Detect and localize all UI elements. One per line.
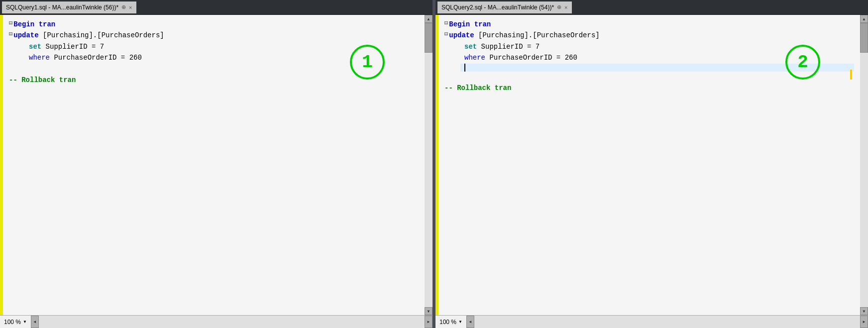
tab-bar-2: SQLQuery2.sql - MA...eaulinTwinkle (54))… (435, 0, 868, 15)
indent-block-2: set SupplierID = 7 where PurchaseOrderID… (444, 41, 854, 72)
code-line-2-5 (460, 64, 854, 72)
hscroll-track-1[interactable] (39, 316, 425, 328)
hscroll-left-btn-1[interactable]: ◄ (31, 316, 39, 328)
keyword-set-1: set (29, 41, 41, 52)
code-line-1-4: where PurchaseOrderID = 260 (25, 52, 419, 63)
keyword-update-2: update (449, 30, 474, 41)
collapse-icon-1[interactable]: ⊟ (9, 19, 12, 28)
tab-2[interactable]: SQLQuery2.sql - MA...eaulinTwinkle (54))… (437, 1, 572, 13)
status-bar-2: 100 % ▼ ◄ ► (435, 315, 868, 328)
set-value-1: SupplierID = 7 (41, 41, 104, 52)
keyword-where-1: where (29, 52, 50, 63)
hscroll-left-btn-2[interactable]: ◄ (466, 316, 474, 328)
hscroll-right-btn-1[interactable]: ► (425, 316, 433, 328)
vscroll-thumb-2[interactable] (860, 23, 868, 53)
code-line-2-4: where PurchaseOrderID = 260 (460, 52, 854, 63)
tab-1-title: SQLQuery1.sql - MA...eaulinTwinkle (56))… (6, 4, 118, 11)
zoom-value-2: 100 % (439, 319, 456, 326)
where-value-1: PurchaseOrderID = 260 (50, 52, 142, 63)
zoom-dropdown-arrow-1[interactable]: ▼ (23, 320, 27, 324)
update-target-2: [Purchasing].[PurchaseOrders] (474, 30, 600, 41)
panel-1: SQLQuery1.sql - MA...eaulinTwinkle (56))… (0, 0, 433, 328)
tab-1[interactable]: SQLQuery1.sql - MA...eaulinTwinkle (56))… (2, 1, 136, 13)
zoom-control-1: 100 % ▼ (0, 319, 31, 326)
collapse-icon-2-2[interactable]: ⊟ (444, 30, 448, 39)
code-area-2[interactable]: ⊟ Begin tran ⊟ update [Purchasing].[Purc… (438, 15, 860, 315)
vscroll-track-1[interactable] (425, 23, 433, 307)
pin-icon-2[interactable]: ⊕ (557, 4, 561, 10)
zoom-value-1: 100 % (4, 319, 21, 326)
hscrollbar-1[interactable]: ◄ ► (31, 316, 433, 328)
vscroll-thumb-1[interactable] (425, 23, 433, 53)
comment-rollback-2: -- Rollback tran (444, 82, 511, 93)
vscroll-track-2[interactable] (860, 23, 868, 307)
code-line-1-5 (9, 64, 419, 75)
keyword-where-2: where (464, 52, 485, 63)
code-line-1-2: ⊟ update [Purchasing].[PurchaseOrders] (9, 30, 419, 41)
pin-icon-1[interactable]: ⊕ (121, 4, 126, 10)
indent-block-1: set SupplierID = 7 where PurchaseOrderID… (9, 41, 419, 64)
vscroll-up-btn-2[interactable]: ▲ (860, 15, 868, 23)
zoom-dropdown-arrow-2[interactable]: ▼ (458, 320, 462, 324)
code-line-2-6 (444, 72, 854, 82)
code-line-1-6: -- Rollback tran (9, 75, 419, 85)
code-line-1-1: ⊟ Begin tran (9, 19, 419, 30)
panels-container: SQLQuery1.sql - MA...eaulinTwinkle (56))… (0, 0, 868, 328)
vscrollbar-2[interactable]: ▲ ▼ (860, 15, 868, 315)
status-bar-1: 100 % ▼ ◄ ► (0, 315, 433, 328)
comment-rollback-1: -- Rollback tran (9, 75, 76, 85)
keyword-begin-1: Begin tran (13, 19, 55, 30)
hscroll-track-2[interactable] (474, 316, 860, 328)
update-target-1: [Purchasing].[PurchaseOrders] (39, 30, 164, 41)
keyword-begin-2: Begin tran (449, 19, 491, 30)
vscroll-down-btn-1[interactable]: ▼ (425, 307, 433, 315)
code-line-2-7: -- Rollback tran (444, 82, 854, 93)
hscroll-right-btn-2[interactable]: ► (860, 316, 868, 328)
hscrollbar-2[interactable]: ◄ ► (466, 316, 868, 328)
keyword-set-2: set (464, 41, 477, 52)
code-line-2-2: ⊟ update [Purchasing].[PurchaseOrders] (444, 30, 854, 41)
collapse-icon-2-1[interactable]: ⊟ (444, 19, 448, 28)
vscrollbar-1[interactable]: ▲ ▼ (425, 15, 433, 315)
tab-2-title: SQLQuery2.sql - MA...eaulinTwinkle (54))… (441, 4, 554, 11)
set-value-2: SupplierID = 7 (477, 41, 540, 52)
code-line-2-3: set SupplierID = 7 (460, 41, 854, 52)
code-line-2-1: ⊟ Begin tran (444, 19, 854, 30)
zoom-control-2: 100 % ▼ (435, 319, 466, 326)
close-icon-2[interactable]: × (564, 4, 567, 10)
where-value-2: PurchaseOrderID = 260 (485, 52, 577, 63)
code-line-1-3: set SupplierID = 7 (25, 41, 419, 52)
change-indicator-2 (850, 70, 852, 80)
vscroll-down-btn-2[interactable]: ▼ (860, 307, 868, 315)
collapse-icon-2[interactable]: ⊟ (9, 30, 12, 39)
vscroll-up-btn-1[interactable]: ▲ (425, 15, 433, 23)
close-icon-1[interactable]: × (129, 4, 132, 10)
keyword-update-1: update (13, 30, 38, 41)
panel-2: SQLQuery2.sql - MA...eaulinTwinkle (54))… (435, 0, 868, 328)
code-area-1[interactable]: ⊟ Begin tran ⊟ update [Purchasing].[Purc… (3, 15, 425, 315)
tab-bar-1: SQLQuery1.sql - MA...eaulinTwinkle (56))… (0, 0, 433, 15)
text-cursor-2 (464, 64, 465, 72)
